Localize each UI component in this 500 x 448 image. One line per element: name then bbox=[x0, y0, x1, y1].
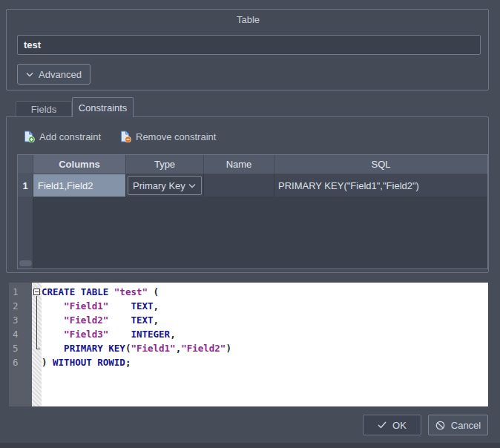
tab-fields-label: Fields bbox=[31, 104, 57, 115]
code-line[interactable]: "Field2" TEXT, bbox=[42, 313, 488, 327]
sql-text bbox=[42, 300, 64, 312]
sql-text bbox=[42, 314, 64, 326]
sql-string: "Field1" bbox=[64, 300, 108, 312]
remove-constraint-button[interactable]: Remove constraint bbox=[119, 128, 216, 145]
line-number: 3 bbox=[9, 313, 32, 327]
sql-editor[interactable]: 123456 CREATE TABLE "test" ( "Field1" TE… bbox=[9, 283, 488, 406]
type-dropdown-value: Primary Key bbox=[133, 180, 185, 191]
sql-keyword: PRIMARY KEY bbox=[64, 343, 125, 354]
sql-string: "Field1" bbox=[131, 343, 175, 354]
name-cell[interactable] bbox=[204, 174, 274, 197]
sql-cell[interactable]: PRIMARY KEY("Field1","Field2") bbox=[274, 174, 487, 197]
sql-text: ) bbox=[226, 343, 231, 354]
advanced-button-label: Advanced bbox=[39, 69, 82, 80]
sql-string: "Field2" bbox=[181, 343, 226, 354]
line-number: 1 bbox=[9, 285, 32, 299]
check-icon bbox=[378, 421, 386, 429]
sql-string: "Field3" bbox=[64, 329, 108, 340]
code-line[interactable]: ) WITHOUT ROWID; bbox=[42, 355, 488, 369]
add-constraint-label: Add constraint bbox=[39, 131, 101, 142]
chevron-down-icon bbox=[188, 183, 196, 188]
columns-cell[interactable]: Field1,Field2 bbox=[33, 174, 126, 197]
fold-marker bbox=[32, 313, 42, 327]
sql-text: ) bbox=[42, 357, 53, 368]
sql-text bbox=[42, 329, 64, 340]
remove-constraint-icon bbox=[119, 131, 131, 142]
sql-text bbox=[108, 286, 114, 297]
line-number: 6 bbox=[9, 355, 32, 369]
constraints-table: Columns Type Name SQL 1 Field1,Field2 Pr… bbox=[17, 154, 488, 269]
header-columns[interactable]: Columns bbox=[33, 155, 126, 174]
remove-constraint-label: Remove constraint bbox=[136, 131, 216, 142]
line-number: 4 bbox=[9, 327, 32, 341]
row-number-gutter bbox=[18, 197, 33, 269]
add-constraint-button[interactable]: Add constraint bbox=[23, 128, 101, 145]
header-name[interactable]: Name bbox=[204, 155, 274, 174]
fold-marker bbox=[32, 299, 42, 313]
tab-constraints[interactable]: Constraints bbox=[72, 97, 134, 117]
sql-keyword: WITHOUT ROWID bbox=[53, 357, 125, 368]
cancel-button-label: Cancel bbox=[451, 420, 481, 431]
table-name-input[interactable] bbox=[17, 35, 481, 55]
fold-marker[interactable] bbox=[32, 285, 42, 299]
sql-text: , bbox=[170, 329, 176, 340]
no-entry-icon bbox=[435, 421, 445, 430]
window-bottom-edge bbox=[0, 443, 500, 448]
horizontal-scrollbar-thumb[interactable] bbox=[19, 260, 32, 266]
sql-code[interactable]: CREATE TABLE "test" ( "Field1" TEXT, "Fi… bbox=[42, 285, 488, 369]
sql-text: ( bbox=[148, 286, 159, 297]
advanced-button[interactable]: Advanced bbox=[17, 64, 91, 85]
line-number: 2 bbox=[9, 299, 32, 313]
header-type[interactable]: Type bbox=[126, 155, 204, 174]
ok-button[interactable]: OK bbox=[363, 415, 421, 435]
line-number: 5 bbox=[9, 341, 32, 355]
fold-marker bbox=[32, 341, 42, 355]
sql-keyword: TEXT bbox=[131, 314, 153, 326]
sql-string: "Field2" bbox=[64, 314, 108, 326]
sql-text bbox=[42, 343, 64, 354]
constraints-pane: Add constraint Remove constraint Columns… bbox=[6, 116, 489, 273]
fold-marker bbox=[32, 327, 42, 341]
tab-constraints-label: Constraints bbox=[79, 102, 128, 113]
constraints-table-header: Columns Type Name SQL bbox=[18, 155, 487, 174]
code-line[interactable]: "Field1" TEXT, bbox=[42, 299, 488, 313]
tab-fields[interactable]: Fields bbox=[16, 101, 72, 117]
type-cell: Primary Key bbox=[126, 174, 204, 197]
cancel-button[interactable]: Cancel bbox=[428, 415, 488, 435]
ok-button-label: OK bbox=[392, 420, 407, 431]
sql-keyword: INTEGER bbox=[131, 329, 170, 340]
row-number-cell[interactable]: 1 bbox=[18, 174, 33, 197]
groupbox-title: Table bbox=[7, 14, 490, 25]
table-groupbox: Table Advanced bbox=[6, 9, 489, 90]
header-row-number bbox=[18, 155, 33, 174]
add-constraint-icon bbox=[23, 131, 35, 142]
sql-text: , bbox=[154, 300, 159, 312]
sql-text: , bbox=[154, 314, 159, 326]
fold-collapse-box[interactable] bbox=[33, 289, 40, 295]
fold-marker bbox=[32, 355, 42, 369]
table-row: 1 Field1,Field2 Primary Key PRIMARY KEY(… bbox=[18, 174, 487, 197]
code-line[interactable]: CREATE TABLE "test" ( bbox=[42, 285, 488, 299]
sql-text bbox=[108, 314, 131, 326]
sql-text: ; bbox=[125, 357, 131, 368]
type-dropdown[interactable]: Primary Key bbox=[128, 176, 202, 195]
header-sql[interactable]: SQL bbox=[274, 155, 487, 174]
sql-text bbox=[108, 329, 131, 340]
code-line[interactable]: PRIMARY KEY("Field1","Field2") bbox=[42, 341, 488, 355]
sql-keyword: CREATE TABLE bbox=[42, 286, 108, 297]
code-line[interactable]: "Field3" INTEGER, bbox=[42, 327, 488, 341]
line-number-gutter: 123456 bbox=[9, 283, 32, 406]
sql-string: "test" bbox=[114, 286, 148, 297]
sql-keyword: TEXT bbox=[131, 300, 153, 312]
fold-margin bbox=[32, 283, 42, 406]
chevron-down-icon bbox=[26, 72, 33, 77]
sql-text bbox=[108, 300, 131, 312]
